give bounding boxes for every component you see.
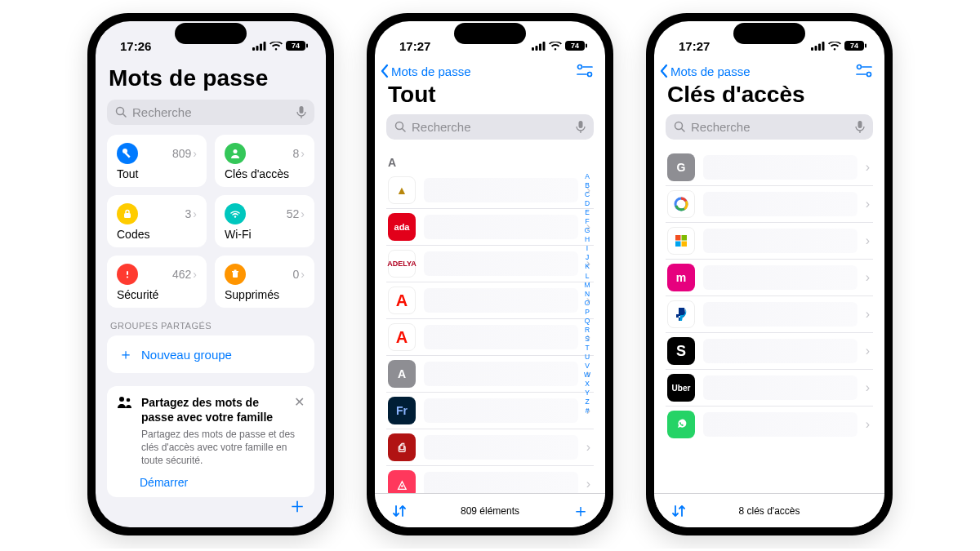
back-button[interactable]: Mots de passe [659,64,751,78]
tile-deleted[interactable]: 0› Supprimés [215,256,314,308]
password-row[interactable]: A› [386,319,594,356]
passkey-row[interactable]: G› [666,149,873,186]
passkey-row[interactable]: › [666,296,873,333]
password-row[interactable]: ◬› [386,466,594,493]
battery-icon: 74 [565,41,587,51]
app-icon: A [388,323,416,351]
svg-rect-41 [822,42,825,51]
app-icon: ⎙ [388,433,416,461]
search-icon [674,121,686,133]
tile-codes[interactable]: 3› Codes [107,195,207,247]
redacted-title [703,375,858,400]
sort-button[interactable] [669,504,688,518]
family-share-promo: ✕ Partagez des mots de passe avec votre … [107,386,314,497]
battery-icon: 74 [844,41,866,51]
mic-icon[interactable] [576,121,586,134]
password-row[interactable]: A› [386,356,594,393]
svg-rect-16 [127,271,128,275]
passkey-row[interactable]: › [666,223,873,260]
new-group-button[interactable]: ＋ Nouveau groupe [107,335,314,373]
tile-wifi[interactable]: 52› Wi-Fi [215,195,314,247]
alert-icon [117,264,138,285]
redacted-title [424,325,578,349]
password-row[interactable]: ADELYA› [386,246,594,282]
phone-passkeys: 17:27 74 Mots de passe Clés d'accès Rech… [646,13,893,535]
redacted-title [424,362,578,386]
promo-start-button[interactable]: Démarrer [140,476,305,489]
svg-rect-55 [682,235,688,241]
chevron-right-icon: › [866,270,871,285]
search-placeholder: Recherche [691,120,850,134]
dismiss-promo-button[interactable]: ✕ [294,394,305,410]
chevron-right-icon: › [301,268,305,281]
tile-wifi-count: 52 [287,207,300,220]
redacted-title [424,178,578,202]
back-button[interactable]: Mots de passe [380,64,471,78]
svg-point-47 [867,73,871,77]
wifi-icon [828,42,841,51]
svg-rect-23 [532,47,534,51]
password-row[interactable]: ada› [386,209,594,246]
redacted-title [424,288,578,313]
svg-rect-43 [865,44,866,48]
tile-all-count: 809 [172,147,191,160]
passkey-row[interactable]: S› [666,333,873,370]
chevron-right-icon: › [301,207,305,220]
search-field[interactable]: Recherche [386,114,594,140]
filter-button[interactable] [576,64,594,78]
app-icon: Fr [388,397,416,424]
tile-passkeys[interactable]: 8› Clés d'accès [215,135,314,187]
tile-security[interactable]: 462› Sécurité [107,256,207,308]
redacted-title [703,302,858,327]
passkey-row[interactable]: Uber› [666,370,873,407]
filter-button[interactable] [855,64,873,78]
item-count-label: 809 éléments [409,505,571,517]
tile-deleted-count: 0 [293,268,300,281]
redacted-title [424,472,578,493]
svg-rect-51 [858,121,862,128]
chevron-right-icon: › [866,197,871,211]
person-icon [225,143,246,164]
phone-all: 17:27 74 Mots de passe Tout Recherche [367,13,613,535]
svg-rect-36 [579,121,583,128]
svg-rect-57 [682,242,688,247]
add-button[interactable]: ＋ [571,499,590,523]
cellular-signal-icon [811,42,825,51]
bottom-toolbar: 809 éléments ＋ [375,493,605,527]
bottom-toolbar: 8 clés d'accès ＋ [654,493,884,527]
search-field[interactable]: Recherche [107,100,314,125]
svg-rect-40 [818,43,821,51]
key-icon [117,143,138,164]
back-label: Mots de passe [391,64,471,78]
password-row[interactable]: ▲› [386,172,594,209]
password-row[interactable]: Fr› [386,393,594,429]
redacted-title [424,251,578,276]
passkey-row[interactable]: m› [666,260,873,296]
status-time: 17:26 [120,39,151,53]
password-row[interactable]: A› [386,282,594,319]
mic-icon[interactable] [855,121,865,134]
status-time: 17:27 [679,39,710,53]
tile-all[interactable]: 809› Tout [107,135,207,187]
redacted-title [703,155,858,180]
chevron-right-icon: › [301,147,305,160]
tile-security-count: 462 [172,268,191,281]
chevron-right-icon: › [193,207,197,220]
mic-icon[interactable] [296,106,306,119]
trash-icon [225,264,246,285]
page-title: Mots de passe [109,65,314,91]
passkey-row[interactable]: › [666,186,873,223]
sort-button[interactable] [390,504,409,518]
search-field[interactable]: Recherche [666,114,873,140]
tile-wifi-label: Wi-Fi [225,228,305,241]
alphabet-index[interactable]: ABCDEFGHIJKLMNOPQRSTUVWXYZ# [581,172,594,493]
app-icon: A [388,287,416,314]
chevron-right-icon: › [866,380,871,395]
tile-deleted-label: Supprimés [225,288,305,301]
passkey-row[interactable]: › [666,407,873,442]
password-row[interactable]: ⎙› [386,429,594,466]
status-time: 17:27 [399,39,430,53]
app-icon: m [667,264,695,291]
add-button[interactable]: ＋ [287,495,308,516]
redacted-title [424,435,578,460]
